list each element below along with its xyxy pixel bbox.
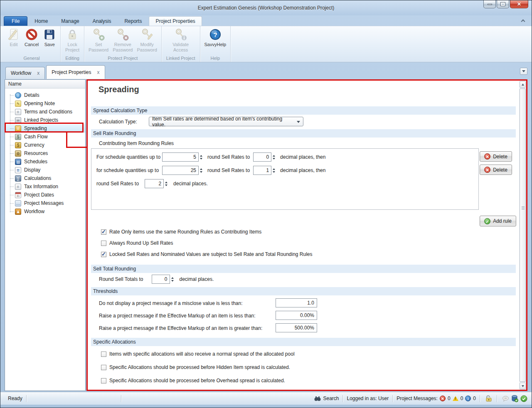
vertical-scrollbar[interactable] [519,81,526,390]
checkbox-row[interactable]: Rate Only items use the same Rounding Ru… [101,229,261,235]
section-header-specific-allocations: Specific Allocations [91,338,516,346]
project-lock-status-button[interactable] [484,394,493,403]
search-button[interactable]: Search [314,396,339,401]
scroll-down-button[interactable] [520,383,526,389]
sidebar-item-linked-projects[interactable]: Linked Projects [5,116,85,124]
sidebar-item-schedules[interactable]: Schedules [5,157,85,166]
locked-sell-rates-checkbox[interactable] [101,252,106,257]
misclose-threshold-input[interactable]: 1.0 [276,298,317,307]
tab-project-properties[interactable]: Project Properties [149,16,202,26]
sidebar-item-project-dates[interactable]: Project Dates [5,191,85,199]
tab-home[interactable]: Home [28,17,54,26]
sidebar-item-workflow[interactable]: Workflow [5,207,85,216]
close-button[interactable]: ✕ [510,0,528,8]
project-messages-status[interactable]: Project Messages: ✕ 0 0 i 0 [397,396,476,401]
savvyhelp-button[interactable]: ? SavvyHelp [202,27,229,55]
always-round-up-checkbox[interactable] [101,241,106,246]
quantity-input[interactable]: 25 [162,166,199,175]
markup-high-threshold-input[interactable]: 500.00% [276,323,317,332]
delete-rule-button[interactable]: ✕ Delete [480,165,512,175]
minimize-icon [488,4,492,5]
tab-analysis[interactable]: Analysis [86,17,118,26]
chevron-up-icon [521,20,525,24]
decimals-stepper[interactable] [273,168,275,173]
delete-rule-button[interactable]: ✕ Delete [480,151,512,162]
quantity-stepper[interactable] [200,168,202,173]
tab-manage[interactable]: Manage [55,17,85,26]
scrollbar-thumb[interactable] [520,88,526,382]
maximize-button[interactable] [497,0,509,8]
scrollbar-grip [522,206,525,209]
close-tab-icon[interactable]: x [37,70,39,76]
sidebar-item-resources[interactable]: Resources [5,149,85,157]
add-icon: ✓ [484,218,490,224]
sidebar-item-spreading[interactable]: Spreading [5,124,85,133]
set-password-button[interactable]: SetPassword [86,27,111,55]
doc-tab-project-properties[interactable]: Project Properties x [46,65,105,79]
sidebar-item-project-messages[interactable]: Project Messages [5,199,85,207]
modify-password-label: ModifyPassword [137,42,157,53]
collapse-ribbon-button[interactable] [522,19,526,23]
sell-total-stepper[interactable] [171,277,174,282]
comments-status-button[interactable] [501,394,510,403]
remove-password-button[interactable]: RemovePassword [111,27,135,55]
decimals-input[interactable]: 2 [145,179,164,188]
lock-project-button[interactable]: LockProject [63,27,81,55]
sidebar-item-display[interactable]: Display [5,166,85,174]
add-rule-button[interactable]: ✓ Add rule [480,216,516,226]
database-status-button[interactable] [510,394,519,403]
ribbon-group-editing: LockProject Editing [61,26,84,62]
key-info-icon [174,28,187,41]
checkbox-row[interactable]: Items with specific allocations will als… [101,351,295,357]
before-overhead-checkbox[interactable] [101,378,106,383]
before-hidden-item-checkbox[interactable] [101,365,106,370]
tab-reports[interactable]: Reports [118,17,148,26]
logged-in-status: Logged in as: User [347,396,389,401]
quantity-stepper[interactable] [200,155,202,160]
checkbox-row[interactable]: Always Round Up Sell Rates [101,240,173,246]
decimals-stepper[interactable] [273,155,275,160]
section-header-thresholds: Thresholds [91,287,516,295]
decimals-input[interactable]: 0 [253,152,271,162]
list-icon [15,167,21,173]
help-icon: ? [209,28,222,41]
sidebar-item-cash-flow[interactable]: Cash Flow [5,133,85,141]
validation-status-button[interactable] [519,394,528,403]
validate-access-button[interactable]: ValidateAccess [170,27,191,55]
document-tab-strip: Workflow x Project Properties x [0,65,532,79]
rule-prefix-label: for schedule quantities up to [96,167,162,173]
sidebar-item-currency[interactable]: Currency [5,141,85,149]
normal-spread-checkbox[interactable] [101,351,106,357]
decimals-input[interactable]: 1 [253,166,271,175]
doc-tab-workflow[interactable]: Workflow x [5,67,45,79]
sell-total-decimals-input[interactable]: 0 [152,275,170,284]
tab-list-dropdown-button[interactable] [520,68,527,75]
save-button[interactable]: Save [41,27,58,55]
minimize-button[interactable] [483,0,496,8]
quantity-input[interactable]: 5 [162,152,199,162]
close-tab-icon[interactable]: x [97,69,100,75]
checkbox-row[interactable]: Specific Allocations should be processed… [101,378,285,383]
calculation-type-dropdown[interactable]: Item Sell rates are determined based on … [149,117,303,126]
sidebar-item-opening-note[interactable]: Opening Note [5,99,85,108]
set-password-label: SetPassword [89,42,108,53]
sidebar-item-terms-and-conditions[interactable]: Terms and Conditions [5,108,85,116]
sidebar-item-details[interactable]: Details [5,91,85,99]
edit-button[interactable]: Edit [5,27,22,55]
rule-suffix-label: decimal places, then [280,167,325,173]
checkbox-row[interactable]: Specific Allocations should be processed… [101,364,290,370]
calendar-icon [15,192,21,198]
markup-low-threshold-input[interactable]: 0.00% [276,311,317,320]
sidebar-item-tax-information[interactable]: Tax Information [5,182,85,191]
database-check-icon [511,395,518,402]
cancel-button[interactable]: Cancel [22,27,41,55]
chevron-down-icon [522,70,525,72]
sidebar-item-calculations[interactable]: Calculations [5,174,85,182]
scroll-up-button[interactable] [520,81,526,88]
tab-file[interactable]: File [4,16,27,26]
lock-icon [66,28,79,41]
decimals-stepper[interactable] [165,182,167,186]
checkbox-row[interactable]: Locked Sell Rates and Nominated Values a… [101,251,313,257]
modify-password-button[interactable]: ModifyPassword [135,27,159,55]
rate-only-checkbox[interactable] [101,229,106,235]
